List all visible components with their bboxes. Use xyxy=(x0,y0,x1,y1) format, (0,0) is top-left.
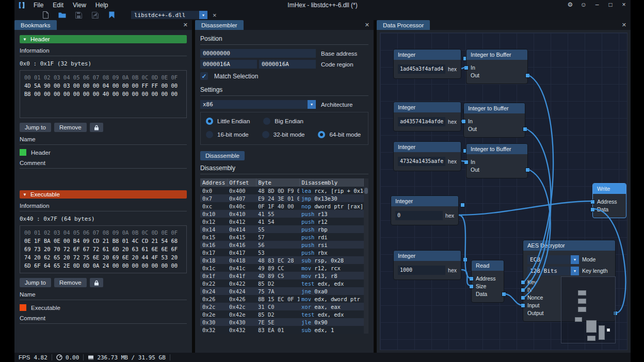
node-editor-minimap[interactable] xyxy=(561,276,616,343)
bookmark-icon[interactable] xyxy=(107,11,116,19)
integer-value-input[interactable]: 1ad45a3f4afad4 xyxy=(398,64,445,74)
maximize-button[interactable]: □ xyxy=(604,0,617,10)
col-header-disassembly[interactable]: Disassembly xyxy=(299,178,364,187)
input-pin[interactable] xyxy=(470,277,473,281)
remove-button[interactable]: Remove xyxy=(54,278,87,287)
disassembly-row[interactable]: 0x2c 0x42c 31 C0 xor eax, eax xyxy=(200,303,364,310)
disassembly-row[interactable]: 0x10 0x410 41 55 push r13 xyxy=(200,210,364,218)
open-file-icon[interactable] xyxy=(58,11,66,19)
disassembly-row[interactable]: 0x0 0x400 48 8D 0D F9 0 lea rcx, [rip + … xyxy=(200,187,364,194)
disassembly-row[interactable]: 0x24 0x424 75 7A jne 0xa0 xyxy=(200,287,364,295)
bookmark-color-swatch[interactable] xyxy=(20,304,26,311)
settings-gear-icon[interactable]: ⚙ xyxy=(564,0,577,10)
jump-to-button[interactable]: Jump to xyxy=(20,278,51,287)
disassembly-row[interactable]: 0x14 0x414 55 push rbp xyxy=(200,225,364,233)
output-pin[interactable] xyxy=(461,203,464,207)
disassembly-row[interactable]: 0x1c 0x41c 49 89 CC mov r12, rcx xyxy=(200,264,364,272)
file-selector-dropdown[interactable]: libstdc++-6.dll ▼ xyxy=(131,11,207,19)
feedback-smiley-icon[interactable]: ☺ xyxy=(577,0,590,10)
bookmark-collapse-header[interactable]: ▼ Executable xyxy=(20,190,187,199)
node-integer-1[interactable]: Integer 1ad45a3f4afad4 hex xyxy=(393,49,461,79)
node-integer-to-buffer-1[interactable]: Integer to Buffer In Out xyxy=(466,49,528,84)
output-pin[interactable] xyxy=(523,127,527,131)
architecture-select[interactable]: x86 ▼ xyxy=(200,100,316,109)
integer-value-input[interactable]: ad435741a4afde xyxy=(398,117,445,126)
output-pin[interactable] xyxy=(502,292,506,296)
input-pin[interactable] xyxy=(464,66,468,70)
col-header-offset[interactable]: Offset xyxy=(227,178,256,187)
node-canvas[interactable]: Integer 1ad45a3f4afad4 hex Integer ad435… xyxy=(380,32,627,350)
input-pin[interactable] xyxy=(521,288,525,292)
disassembly-row[interactable]: 0x22 0x422 85 D2 test edx, edx xyxy=(200,279,364,287)
base-address-input[interactable]: 00000000 xyxy=(200,49,316,58)
disassembly-row[interactable]: 0x7 0x407 E9 24 3E 01 0 jmp 0x13e30 xyxy=(200,194,364,202)
node-read[interactable]: Read Address Size Data xyxy=(471,260,504,303)
tab-bookmarks[interactable]: Bookmarks xyxy=(14,20,57,30)
disassemble-button[interactable]: Disassemble xyxy=(200,151,245,160)
node-integer-to-buffer-2[interactable]: Integer to Buffer In Out xyxy=(463,103,525,138)
disassembly-row[interactable]: 0x2e 0x42e 85 D2 test edx, edx xyxy=(200,310,364,318)
input-pin[interactable] xyxy=(521,304,525,307)
input-pin[interactable] xyxy=(464,160,468,164)
output-pin[interactable] xyxy=(463,258,467,261)
save-as-icon[interactable] xyxy=(91,11,99,19)
node-integer-2[interactable]: Integer ad435741a4afde hex xyxy=(393,102,461,131)
radio-16bit-mode[interactable]: 16-bit mode xyxy=(206,131,249,138)
integer-value-input[interactable]: 47324a1435aafe xyxy=(398,157,445,166)
close-icon[interactable]: ✕ xyxy=(618,22,631,28)
menu-file[interactable]: File xyxy=(29,2,48,9)
node-write[interactable]: Write Address Data xyxy=(592,183,626,218)
output-pin[interactable] xyxy=(526,74,529,77)
disassembly-row[interactable]: 0xc 0x40c 0F 1F 40 00 nop dword ptr [rax… xyxy=(200,202,364,210)
new-file-icon[interactable] xyxy=(41,11,50,19)
code-region-end-input[interactable]: 0000016A xyxy=(259,60,316,69)
close-icon[interactable]: ✕ xyxy=(361,22,374,28)
minimize-button[interactable]: – xyxy=(590,0,604,10)
input-pin[interactable] xyxy=(591,208,594,211)
menu-edit[interactable]: Edit xyxy=(48,2,68,9)
radio-32bit-mode[interactable]: 32-bit mode xyxy=(262,131,305,138)
radio-little-endian[interactable]: Little Endian xyxy=(206,118,250,125)
menu-view[interactable]: View xyxy=(68,2,91,9)
scrollbar-thumb[interactable] xyxy=(364,188,368,194)
close-icon[interactable]: ✕ xyxy=(179,22,192,28)
close-provider-icon[interactable]: × xyxy=(213,11,217,19)
input-pin[interactable] xyxy=(521,296,525,300)
disassembly-row[interactable]: 0x26 0x426 8B 15 EC 0F 1 mov edx, dword … xyxy=(200,295,364,303)
disassembly-row[interactable]: 0x30 0x430 7E 5E jle 0x90 xyxy=(200,318,364,326)
input-pin[interactable] xyxy=(462,120,465,123)
input-pin[interactable] xyxy=(521,281,525,284)
node-integer-to-buffer-3[interactable]: Integer to Buffer In Out xyxy=(466,143,528,178)
disassembly-row[interactable]: 0x17 0x417 53 push rbx xyxy=(200,249,364,256)
radio-64bit-mode[interactable]: 64-bit mode xyxy=(318,131,361,138)
col-header-address[interactable]: Address xyxy=(200,178,227,187)
disassembly-row[interactable]: 0x16 0x416 56 push rsi xyxy=(200,241,364,249)
input-pin[interactable] xyxy=(470,285,473,288)
node-integer-4[interactable]: Integer 0 hex xyxy=(391,195,459,225)
node-integer-3[interactable]: Integer 47324a1435aafe hex xyxy=(393,141,461,171)
aes-keylength-select[interactable]: 128 Bits ▼ xyxy=(527,267,579,275)
bookmark-color-swatch[interactable] xyxy=(20,149,26,156)
disassembly-row[interactable]: 0x18 0x418 48 83 EC 28 sub rsp, 0x28 xyxy=(200,256,364,264)
aes-mode-select[interactable]: ECB ▼ xyxy=(527,255,579,264)
tab-disassembler[interactable]: Disassembler xyxy=(195,20,244,30)
output-pin[interactable] xyxy=(526,168,529,172)
input-pin[interactable] xyxy=(591,200,594,204)
disassembly-row[interactable]: 0x12 0x412 41 54 push r12 xyxy=(200,218,364,225)
col-header-byte[interactable]: Byte xyxy=(256,178,299,187)
radio-big-endian[interactable]: Big Endian xyxy=(263,118,303,125)
match-selection-checkbox[interactable]: ✓ Match Selection xyxy=(200,72,368,80)
bookmark-collapse-header[interactable]: ▼ Header xyxy=(20,35,187,43)
lock-button[interactable] xyxy=(90,123,103,132)
integer-value-input[interactable]: 0 xyxy=(395,211,443,220)
close-window-button[interactable]: × xyxy=(617,0,631,10)
menu-help[interactable]: Help xyxy=(91,2,113,9)
jump-to-button[interactable]: Jump to xyxy=(20,123,51,132)
disassembly-row[interactable]: 0x1f 0x41f 4D 89 C5 mov r13, r8 xyxy=(200,272,364,279)
save-icon[interactable] xyxy=(74,11,83,19)
disassembly-row[interactable]: 0x15 0x415 57 push rdi xyxy=(200,233,364,241)
remove-button[interactable]: Remove xyxy=(54,123,87,132)
node-integer-5[interactable]: Integer 1000 hex xyxy=(393,250,461,280)
scrollbar[interactable] xyxy=(364,178,368,334)
code-region-start-input[interactable]: 0000016A xyxy=(200,60,257,69)
